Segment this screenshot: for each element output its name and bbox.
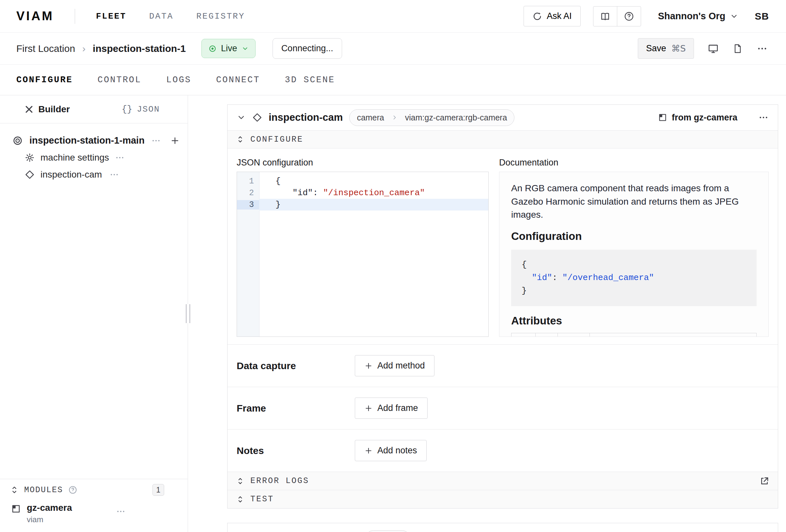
tab-3d-scene[interactable]: 3D SCENE bbox=[285, 75, 335, 85]
json-config-label: JSON configuration bbox=[237, 158, 489, 168]
tree-item-label: inspection-cam bbox=[41, 169, 102, 180]
module-author: viam bbox=[27, 515, 72, 524]
code-token-string: "/inspection_camera" bbox=[323, 188, 425, 198]
add-component-icon[interactable] bbox=[170, 136, 180, 145]
help-icon[interactable] bbox=[617, 6, 641, 26]
json-mode-button[interactable]: {} JSON bbox=[94, 95, 188, 123]
modules-header[interactable]: MODULES 1 bbox=[0, 479, 188, 501]
documentation-book-icon[interactable] bbox=[594, 6, 617, 26]
configure-section-label: CONFIGURE bbox=[250, 135, 303, 144]
module-name: gz-camera bbox=[27, 503, 72, 513]
sidebar-resize-handle[interactable] bbox=[186, 304, 190, 323]
json-config-editor[interactable]: 1 { 2 "i bbox=[237, 172, 489, 337]
modules-title: MODULES bbox=[24, 485, 63, 495]
config-sidebar: Builder {} JSON inspection-station-1-mai… bbox=[0, 95, 188, 532]
doc-code-block: {"id": "/overhead_camera"} bbox=[511, 250, 757, 306]
from-module-link[interactable]: from gz-camera bbox=[658, 113, 737, 123]
overflow-menu-icon[interactable] bbox=[758, 112, 769, 123]
code-token-key: "id" bbox=[532, 273, 552, 283]
test-section-bar[interactable]: TEST bbox=[228, 490, 778, 508]
collapse-chevron-icon[interactable] bbox=[237, 113, 246, 122]
machine-part-icon bbox=[13, 135, 23, 146]
plus-icon bbox=[364, 362, 373, 370]
module-list-item[interactable]: gz-camera viam bbox=[0, 501, 188, 524]
machine-header-bar: First Location › inspection-station-1 Li… bbox=[0, 33, 786, 65]
viam-logo[interactable]: VIAM bbox=[16, 9, 54, 23]
tree-item-inspection-cam[interactable]: inspection-cam bbox=[0, 166, 188, 183]
doc-description: An RGB camera component that reads image… bbox=[511, 182, 757, 222]
tab-control[interactable]: CONTROL bbox=[98, 75, 141, 85]
overflow-menu-icon[interactable] bbox=[109, 170, 119, 180]
builder-mode-button[interactable]: Builder bbox=[0, 95, 94, 123]
doc-configuration-heading: Configuration bbox=[511, 230, 757, 242]
chevron-down-icon bbox=[241, 45, 249, 52]
live-status-dropdown[interactable]: Live bbox=[201, 39, 256, 58]
table-cell bbox=[558, 333, 590, 337]
connecting-button[interactable]: Connecting... bbox=[273, 38, 342, 59]
overflow-menu-icon[interactable] bbox=[757, 43, 768, 54]
unfold-icon bbox=[236, 495, 245, 504]
frame-label: Frame bbox=[237, 403, 355, 414]
add-notes-button[interactable]: Add notes bbox=[355, 440, 426, 461]
component-tree: inspection-station-1-main bbox=[0, 123, 188, 183]
component-card-header: inspection-cam camera viam:gz-camera:rgb… bbox=[228, 105, 778, 130]
documentation-panel[interactable]: An RGB camera component that reads image… bbox=[499, 172, 769, 337]
save-button[interactable]: Save ⌘S bbox=[638, 38, 694, 59]
json-mode-label: JSON bbox=[137, 105, 160, 114]
configure-body: JSON configuration 1 { bbox=[228, 148, 778, 344]
breadcrumb-location[interactable]: First Location bbox=[16, 43, 75, 54]
tree-item-machine-settings[interactable]: machine settings bbox=[0, 149, 188, 166]
module-icon bbox=[11, 504, 21, 514]
user-avatar[interactable]: SB bbox=[755, 11, 769, 22]
configure-section-bar[interactable]: CONFIGURE bbox=[228, 130, 778, 148]
editor-lines: 1 { 2 "i bbox=[237, 172, 488, 210]
builder-mode-label: Builder bbox=[39, 104, 70, 115]
code-token-key: "id" bbox=[293, 188, 313, 198]
ai-refresh-sparkle-icon bbox=[532, 11, 542, 21]
editor-line: 1 { bbox=[237, 175, 488, 187]
document-icon[interactable] bbox=[733, 43, 743, 54]
error-logs-label: ERROR LOGS bbox=[250, 476, 309, 486]
tab-configure[interactable]: CONFIGURE bbox=[16, 75, 73, 85]
unfold-icon bbox=[236, 135, 245, 144]
module-icon bbox=[658, 113, 667, 122]
workspace: Builder {} JSON inspection-station-1-mai… bbox=[0, 95, 786, 532]
overflow-menu-icon[interactable] bbox=[116, 507, 126, 516]
builder-json-toggle: Builder {} JSON bbox=[0, 95, 188, 123]
error-logs-section-bar[interactable]: ERROR LOGS bbox=[228, 471, 778, 490]
tab-logs[interactable]: LOGS bbox=[166, 75, 191, 85]
frame-section: Frame Add frame bbox=[228, 387, 778, 429]
notes-label: Notes bbox=[237, 445, 355, 456]
live-dot-icon bbox=[208, 44, 217, 53]
component-type-pill: camera bbox=[350, 110, 391, 126]
modules-section: MODULES 1 gz-camera viam bbox=[0, 479, 188, 532]
module-type-pill: module bbox=[366, 530, 410, 532]
nav-item-registry[interactable]: REGISTRY bbox=[196, 11, 245, 21]
machine-name: inspection-station-1 bbox=[93, 43, 186, 54]
editor-line: 2 "id": "/inspection_camera" bbox=[237, 187, 488, 199]
config-content: inspection-cam camera viam:gz-camera:rgb… bbox=[188, 95, 786, 532]
nav-right: Ask AI Shannon's Org SB bbox=[524, 6, 769, 26]
overflow-menu-icon[interactable] bbox=[151, 136, 161, 145]
add-method-button[interactable]: Add method bbox=[355, 355, 435, 376]
plus-icon bbox=[364, 446, 373, 455]
notes-section: Notes Add notes bbox=[228, 429, 778, 471]
module-card-gz-camera: gz-camera by viam module Registry bbox=[227, 523, 778, 532]
plus-icon bbox=[364, 404, 373, 413]
from-module-label: from gz-camera bbox=[672, 113, 737, 123]
unfold-icon bbox=[10, 485, 19, 494]
external-link-icon[interactable] bbox=[760, 476, 769, 486]
overflow-menu-icon[interactable] bbox=[115, 153, 125, 163]
primary-nav: FLEET DATA REGISTRY bbox=[96, 11, 245, 21]
org-switcher[interactable]: Shannon's Org bbox=[658, 11, 739, 22]
add-frame-button[interactable]: Add frame bbox=[355, 397, 427, 419]
documentation-column: Documentation An RGB camera component th… bbox=[499, 158, 769, 337]
tab-connect[interactable]: CONNECT bbox=[216, 75, 260, 85]
nav-item-fleet[interactable]: FLEET bbox=[96, 11, 126, 21]
line-number: 1 bbox=[237, 177, 259, 186]
nav-item-data[interactable]: DATA bbox=[149, 11, 173, 21]
monitor-icon[interactable] bbox=[708, 43, 719, 54]
ask-ai-button[interactable]: Ask AI bbox=[524, 6, 581, 26]
help-icon[interactable] bbox=[68, 485, 77, 494]
tree-root-machine-part[interactable]: inspection-station-1-main bbox=[0, 132, 188, 149]
